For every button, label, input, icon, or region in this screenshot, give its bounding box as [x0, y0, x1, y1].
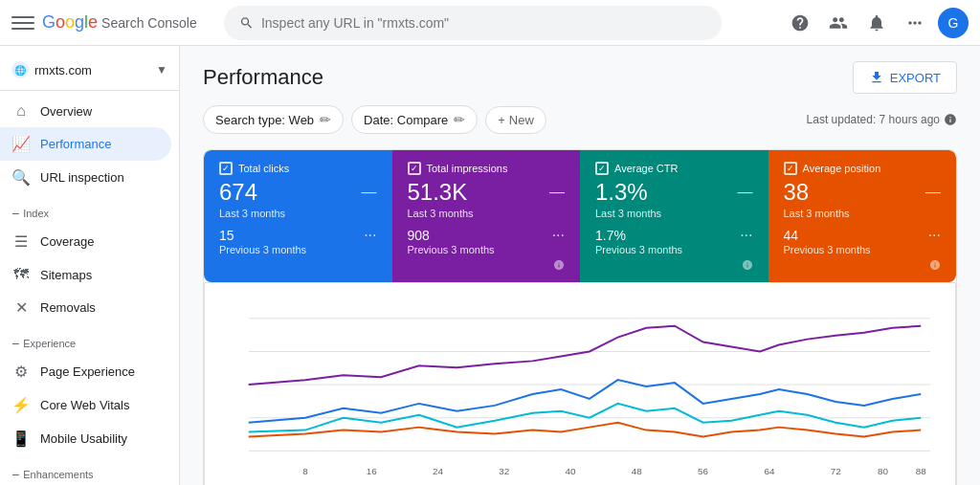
bell-icon[interactable] — [861, 8, 892, 38]
search-icon — [239, 15, 254, 31]
svg-text:40: 40 — [566, 466, 576, 476]
svg-text:80: 80 — [878, 466, 888, 476]
sidebar-item-url-inspection[interactable]: 🔍 URL inspection — [0, 161, 171, 194]
sidebar: 🌐 rmxts.com ▼ ⌂ Overview 📈 Performance 🔍… — [0, 46, 180, 485]
performance-chart: 8 16 24 32 40 48 56 64 72 80 88 — [220, 298, 940, 485]
hamburger-menu[interactable] — [11, 11, 34, 34]
sidebar-item-overview[interactable]: ⌂ Overview — [0, 95, 171, 127]
sidebar-item-label: URL inspection — [40, 170, 124, 185]
sidebar-item-label: Mobile Usability — [40, 431, 127, 446]
position-info-icon — [929, 259, 941, 271]
top-icons: G — [785, 8, 969, 38]
domain-arrow-icon[interactable]: ▼ — [156, 63, 167, 77]
svg-text:56: 56 — [698, 466, 708, 476]
sidebar-item-removals[interactable]: ✕ Removals — [0, 291, 171, 324]
svg-text:24: 24 — [433, 466, 443, 476]
edit-icon: ✏ — [320, 112, 331, 127]
svg-text:88: 88 — [916, 466, 926, 476]
ctr-info-icon — [742, 259, 753, 271]
sidebar-item-label: Core Web Vitals — [40, 398, 129, 412]
sidebar-item-label: Overview — [40, 104, 92, 119]
stats-row: ✓ Total clicks 674 — Last 3 months 15 ··… — [204, 150, 956, 282]
impressions-check: ✓ — [408, 162, 421, 175]
clicks-check: ✓ — [219, 162, 233, 175]
search-type-filter[interactable]: Search type: Web ✏ — [203, 105, 344, 134]
chart-container: 8 16 24 32 40 48 56 64 72 80 88 — [204, 282, 956, 485]
grid-icon[interactable] — [900, 8, 930, 38]
removals-icon: ✕ — [11, 298, 31, 317]
ctr-dots: ··· — [740, 227, 752, 244]
coverage-icon: ☰ — [11, 232, 31, 251]
stat-card-position[interactable]: ✓ Average position 38 — Last 3 months 44… — [768, 150, 957, 282]
sidebar-item-core-web-vitals[interactable]: ⚡ Core Web Vitals — [0, 388, 171, 422]
svg-text:64: 64 — [764, 466, 774, 476]
export-button[interactable]: EXPORT — [853, 61, 957, 94]
position-dots: ··· — [928, 227, 941, 244]
url-inspection-input[interactable] — [261, 15, 706, 31]
performance-icon: 📈 — [11, 135, 31, 153]
layout: 🌐 rmxts.com ▼ ⌂ Overview 📈 Performance 🔍… — [0, 46, 980, 485]
section-enhancements: Enhancements — [0, 455, 179, 485]
clicks-dots: ··· — [364, 227, 376, 244]
sidebar-item-label: Sitemaps — [40, 268, 92, 282]
sidebar-item-coverage[interactable]: ☰ Coverage — [0, 225, 171, 258]
sidebar-item-page-experience[interactable]: ⚙ Page Experience — [0, 355, 171, 388]
sidebar-item-sitemaps[interactable]: 🗺 Sitemaps — [0, 258, 171, 291]
filter-bar: Search type: Web ✏ Date: Compare ✏ + New… — [203, 105, 957, 134]
edit-icon: ✏ — [454, 112, 465, 127]
sidebar-item-label: Performance — [40, 137, 111, 151]
svg-text:16: 16 — [367, 466, 377, 476]
export-icon — [869, 70, 884, 85]
ctr-dash: — — [738, 184, 753, 201]
domain-name: rmxts.com — [34, 63, 150, 77]
core-web-vitals-icon: ⚡ — [11, 396, 31, 414]
overview-icon: ⌂ — [11, 102, 31, 120]
position-check: ✓ — [784, 162, 797, 175]
add-filter-button[interactable]: + New — [485, 106, 546, 134]
stat-card-impressions[interactable]: ✓ Total impressions 51.3K — Last 3 month… — [392, 150, 581, 282]
sidebar-item-label: Removals — [40, 300, 96, 315]
help-icon[interactable] — [785, 8, 815, 38]
main-header: Performance EXPORT — [203, 61, 957, 94]
stat-card-clicks[interactable]: ✓ Total clicks 674 — Last 3 months 15 ··… — [204, 150, 392, 282]
section-experience: Experience — [0, 324, 179, 355]
impressions-info-icon — [553, 259, 565, 271]
impressions-dash: — — [549, 184, 565, 201]
svg-text:32: 32 — [499, 466, 509, 476]
url-inspection-icon: 🔍 — [11, 168, 31, 187]
impressions-dots: ··· — [552, 227, 565, 244]
avatar[interactable]: G — [938, 8, 969, 38]
svg-text:48: 48 — [632, 466, 642, 476]
clicks-dash: — — [362, 184, 377, 201]
section-index: Index — [0, 194, 179, 225]
mobile-usability-icon: 📱 — [11, 430, 31, 448]
sidebar-item-performance[interactable]: 📈 Performance — [0, 127, 171, 161]
search-bar[interactable] — [224, 6, 722, 40]
google-logo: Google Search Console — [42, 12, 197, 33]
stats-chart-wrapper: ✓ Total clicks 674 — Last 3 months 15 ··… — [203, 149, 957, 485]
stat-card-ctr[interactable]: ✓ Average CTR 1.3% — Last 3 months 1.7% … — [580, 150, 768, 282]
sidebar-item-label: Page Experience — [40, 364, 135, 379]
main-content: Performance EXPORT Search type: Web ✏ Da… — [180, 46, 980, 485]
date-filter[interactable]: Date: Compare ✏ — [351, 105, 478, 134]
info-icon — [944, 113, 957, 126]
sidebar-item-label: Coverage — [40, 234, 94, 249]
svg-text:8: 8 — [302, 466, 308, 476]
sidebar-item-mobile-usability[interactable]: 📱 Mobile Usability — [0, 422, 171, 455]
page-experience-icon: ⚙ — [11, 363, 31, 381]
users-icon[interactable] — [823, 8, 854, 38]
svg-text:72: 72 — [831, 466, 841, 476]
sitemaps-icon: 🗺 — [11, 266, 31, 283]
position-dash: — — [925, 184, 941, 201]
page-title: Performance — [203, 65, 323, 90]
domain-selector[interactable]: 🌐 rmxts.com ▼ — [0, 54, 179, 91]
last-updated: Last updated: 7 hours ago — [807, 113, 957, 126]
ctr-check: ✓ — [595, 162, 609, 175]
top-bar: Google Search Console G — [0, 0, 980, 46]
domain-icon: 🌐 — [11, 61, 29, 78]
plus-icon: + — [498, 113, 505, 127]
